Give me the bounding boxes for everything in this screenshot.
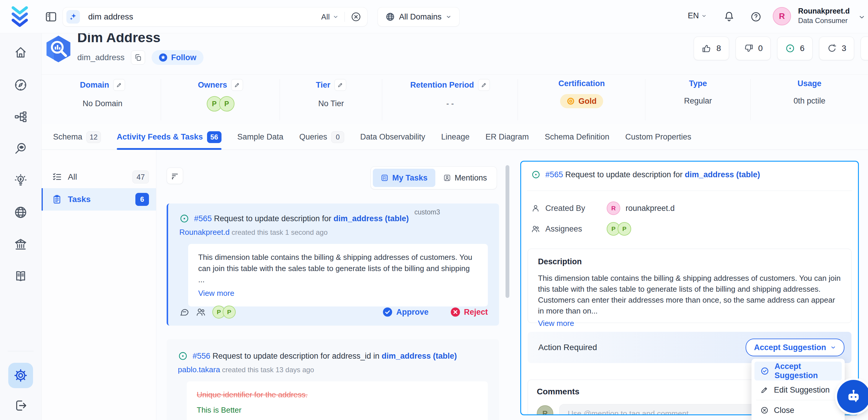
- feed-filter-all[interactable]: All 47: [41, 167, 156, 187]
- governance-bank-icon[interactable]: [14, 237, 27, 251]
- edit-tier-button[interactable]: [335, 79, 346, 91]
- open-task-icon: [179, 214, 189, 223]
- check-circle-icon: [761, 367, 769, 376]
- help-icon[interactable]: [750, 11, 762, 22]
- metadata-type: Type Regular: [645, 79, 751, 120]
- chevron-down-icon: [446, 14, 452, 20]
- edit-domain-button[interactable]: [113, 79, 125, 91]
- commenter-avatar: R: [537, 405, 553, 415]
- metadata-usage: Usage 0th pctile: [750, 79, 868, 120]
- feed-view-switcher: My Tasks Mentions: [370, 167, 497, 189]
- lineage-flow-icon[interactable]: [14, 110, 27, 124]
- logout-icon[interactable]: [14, 399, 27, 412]
- global-search-bar[interactable]: All: [63, 7, 368, 27]
- removed-description: Unique identifier for the address.: [197, 389, 478, 400]
- edit-retention-button[interactable]: [478, 79, 490, 91]
- top-navigation-bar: All All Domains EN: [0, 0, 868, 33]
- copy-name-button[interactable]: [131, 51, 145, 65]
- task-id-link[interactable]: #556: [193, 352, 210, 360]
- chevron-down-icon: [830, 344, 836, 351]
- x-circle-icon: [761, 406, 769, 414]
- view-more-link[interactable]: View more: [198, 288, 478, 299]
- task-creator-link[interactable]: pablo.takara: [178, 365, 220, 374]
- sidebar-toggle-icon[interactable]: [45, 11, 57, 23]
- comment-icon[interactable]: [179, 307, 189, 317]
- glossary-book-icon[interactable]: [14, 269, 27, 283]
- owner-avatar[interactable]: P: [219, 96, 235, 112]
- home-icon[interactable]: [14, 46, 27, 59]
- feed-filter-tasks[interactable]: Tasks 6: [41, 188, 156, 211]
- tab-er-diagram[interactable]: ER Diagram: [486, 124, 529, 150]
- open-tasks-button[interactable]: 6: [777, 36, 812, 60]
- tab-data-observability[interactable]: Data Observability: [360, 124, 425, 150]
- more-options-button[interactable]: [861, 36, 868, 60]
- tab-activity-feeds-tasks[interactable]: Activity Feeds & Tasks 56: [117, 124, 221, 150]
- creator-avatar[interactable]: R: [607, 202, 620, 215]
- menu-item-edit-suggestion[interactable]: Edit Suggestion: [754, 381, 842, 399]
- ai-sparkle-icon[interactable]: [66, 10, 80, 24]
- all-domains-button[interactable]: All Domains: [377, 7, 460, 27]
- user-name: Rounakpreet.d: [798, 6, 854, 16]
- search-input[interactable]: [88, 12, 321, 22]
- view-more-link[interactable]: View more: [538, 319, 841, 328]
- menu-item-close[interactable]: Close: [754, 401, 842, 420]
- feed-filter-button[interactable]: [167, 168, 183, 184]
- upvote-button[interactable]: 8: [694, 36, 729, 60]
- assignee-avatar[interactable]: P: [223, 305, 236, 319]
- versions-button[interactable]: 3: [819, 36, 855, 60]
- domains-globe-icon[interactable]: [14, 206, 27, 219]
- explore-compass-icon[interactable]: [14, 78, 27, 92]
- schema-count-badge: 12: [86, 131, 101, 143]
- checklist-icon: [52, 172, 62, 182]
- notifications-bell-icon[interactable]: [723, 11, 735, 22]
- observability-search-eye-icon[interactable]: [14, 142, 27, 155]
- downvote-button[interactable]: 0: [736, 36, 771, 60]
- tab-schema[interactable]: Schema 12: [53, 124, 101, 150]
- tab-lineage[interactable]: Lineage: [441, 124, 469, 150]
- gold-medal-icon: [566, 97, 575, 105]
- metadata-retention: Retention Period - -: [382, 79, 518, 120]
- entity-link[interactable]: dim_address (table): [382, 352, 457, 360]
- my-tasks-tab[interactable]: My Tasks: [373, 169, 435, 187]
- task-id-link[interactable]: #565: [194, 214, 212, 223]
- task-creator-link[interactable]: Rounakpreet.d: [179, 228, 230, 237]
- feed-filter-pane: All 47 Tasks 6: [41, 150, 156, 420]
- left-sidebar: [0, 33, 41, 420]
- chevron-down-icon[interactable]: [858, 13, 865, 21]
- task-card-565[interactable]: custom3 #565 Request to update descripti…: [167, 204, 499, 326]
- tab-custom-properties[interactable]: Custom Properties: [625, 124, 691, 150]
- insights-lightbulb-icon[interactable]: [14, 174, 27, 187]
- task-card-556[interactable]: #556 Request to update description for a…: [167, 339, 499, 420]
- user-menu[interactable]: Rounakpreet.d Data Consumer: [798, 6, 854, 25]
- description-title: Description: [538, 257, 841, 266]
- panel-divider: [527, 190, 852, 191]
- entity-link[interactable]: dim_address (table): [685, 170, 760, 179]
- entity-link[interactable]: dim_address (table): [334, 214, 409, 223]
- tab-schema-definition[interactable]: Schema Definition: [545, 124, 609, 150]
- follow-star-icon: [159, 53, 167, 62]
- follow-button[interactable]: Follow: [152, 50, 203, 65]
- people-icon: [531, 224, 540, 233]
- search-scope-dropdown[interactable]: All: [321, 12, 339, 22]
- assignee-avatar[interactable]: P: [618, 222, 631, 236]
- feed-scrollbar[interactable]: [505, 165, 509, 298]
- language-selector[interactable]: EN: [688, 11, 707, 20]
- chat-assistant-fab[interactable]: [837, 380, 868, 413]
- edit-owners-button[interactable]: [231, 79, 243, 91]
- menu-item-accept-suggestion[interactable]: Accept Suggestion: [754, 362, 842, 381]
- tab-queries[interactable]: Queries 0: [299, 124, 344, 150]
- user-avatar[interactable]: R: [773, 7, 791, 25]
- approve-button[interactable]: Approve: [382, 307, 429, 317]
- task-id-link[interactable]: #565: [545, 170, 563, 179]
- entity-name: dim_address: [77, 53, 124, 62]
- app-logo[interactable]: [8, 5, 31, 28]
- mentions-tab[interactable]: Mentions: [435, 169, 495, 187]
- tab-sample-data[interactable]: Sample Data: [238, 124, 283, 150]
- creator-name[interactable]: rounakpreet.d: [626, 204, 675, 213]
- accept-suggestion-dropdown-button[interactable]: Accept Suggestion: [746, 338, 844, 356]
- settings-active-item[interactable]: [8, 363, 33, 388]
- reject-button[interactable]: Reject: [451, 307, 488, 317]
- assignees-people-icon[interactable]: [196, 307, 206, 317]
- service-bigquery-icon: [44, 35, 72, 63]
- clear-search-icon[interactable]: [351, 11, 361, 22]
